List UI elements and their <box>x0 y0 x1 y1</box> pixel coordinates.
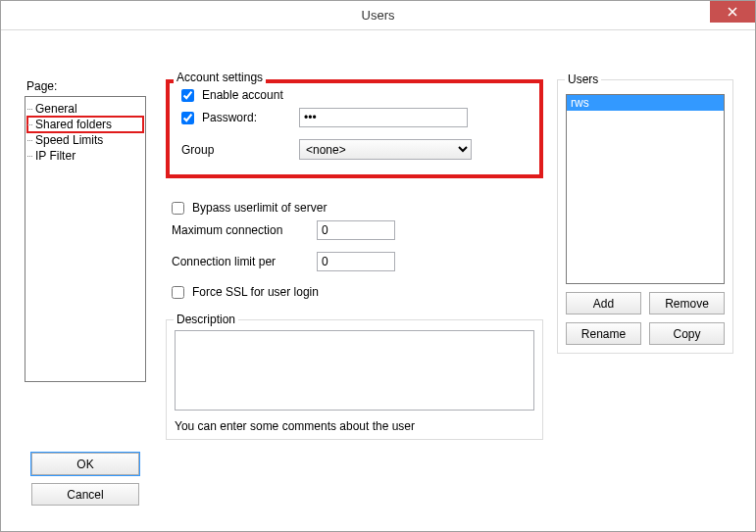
description-hint: You can enter some comments about the us… <box>175 419 534 433</box>
force-ssl-checkbox[interactable]: Force SSL for user login <box>172 285 319 299</box>
users-legend: Users <box>565 73 601 86</box>
password-field[interactable] <box>299 108 468 127</box>
tree-item-general[interactable]: General <box>27 101 143 117</box>
password-checkbox-input[interactable] <box>181 112 194 124</box>
cancel-button[interactable]: Cancel <box>31 483 139 506</box>
connection-limit-label: Connection limit per <box>172 255 317 268</box>
description-textarea[interactable] <box>175 330 534 411</box>
close-button[interactable] <box>710 1 755 23</box>
connection-limit-input[interactable] <box>317 252 395 271</box>
copy-user-button[interactable]: Copy <box>649 322 725 345</box>
enable-account-input[interactable] <box>181 89 194 102</box>
force-ssl-input[interactable] <box>172 286 184 299</box>
tree-item-speed-limits[interactable]: Speed Limits <box>27 132 143 148</box>
description-group: Description You can enter some comments … <box>166 319 543 440</box>
user-item[interactable]: rws <box>567 95 724 111</box>
users-group: Users rws Add Remove Rename Copy <box>557 79 733 354</box>
account-settings-legend: Account settings <box>174 71 266 84</box>
page-label: Page: <box>26 79 146 93</box>
close-icon <box>728 7 737 17</box>
tree-item-shared-folders[interactable]: Shared folders <box>27 117 143 132</box>
titlebar: Users <box>1 1 755 30</box>
max-connection-input[interactable] <box>317 220 395 240</box>
page-tree[interactable]: General Shared folders Speed Limits IP F… <box>25 96 146 382</box>
add-user-button[interactable]: Add <box>566 292 641 314</box>
remove-user-button[interactable]: Remove <box>649 292 725 314</box>
password-checkbox[interactable]: Password: <box>181 111 299 124</box>
users-listbox[interactable]: rws <box>566 94 725 284</box>
group-label: Group <box>181 143 299 157</box>
limits-section: Bypass userlimit of server Maximum conne… <box>166 198 543 302</box>
max-connection-label: Maximum connection <box>172 223 317 237</box>
group-select[interactable]: <none> <box>299 139 472 160</box>
rename-user-button[interactable]: Rename <box>566 322 641 345</box>
tree-item-ip-filter[interactable]: IP Filter <box>27 148 143 164</box>
window-title: Users <box>362 8 395 23</box>
bypass-userlimit-input[interactable] <box>172 202 184 215</box>
description-legend: Description <box>174 313 238 326</box>
bypass-userlimit-checkbox[interactable]: Bypass userlimit of server <box>172 201 327 215</box>
users-dialog: Users Page: General Shared folders Speed… <box>0 0 756 532</box>
ok-button[interactable]: OK <box>31 453 139 475</box>
enable-account-checkbox[interactable]: Enable account <box>181 88 299 102</box>
account-settings-group: Account settings Enable account Password… <box>166 79 543 178</box>
